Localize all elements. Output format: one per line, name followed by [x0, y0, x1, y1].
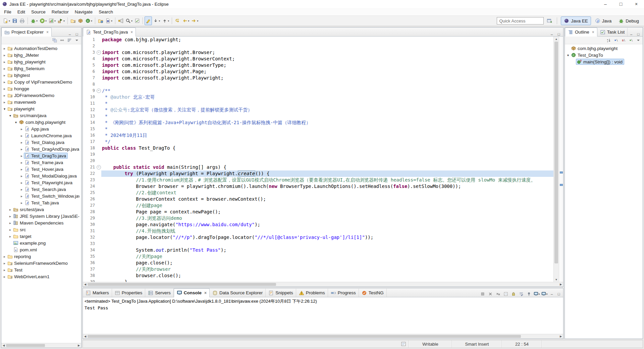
- explorer-horizontal-scrollbar[interactable]: ◀ ▶: [1, 343, 81, 348]
- code-line-39[interactable]: 39 }: [83, 279, 553, 282]
- remove-all-launches-button[interactable]: [495, 291, 501, 297]
- explorer-item-app-java[interactable]: ▸JApp.java: [1, 126, 81, 132]
- explorer-item-test-frame-java[interactable]: ▸JTest_frame.java: [1, 159, 81, 166]
- explorer-item-test-draganddrop-java[interactable]: ▸JTest_DragAndDrop.java: [1, 146, 81, 152]
- code-line-9[interactable]: 9−/**: [83, 88, 553, 94]
- code-line-18[interactable]: 18public class Test_DragTo {: [83, 145, 553, 151]
- scroll-track[interactable]: [6, 343, 76, 348]
- code-area[interactable]: 1package com.bjhg.playwright;23−import c…: [83, 37, 553, 282]
- view-menu-button[interactable]: [635, 37, 641, 43]
- run-button[interactable]: ▾: [39, 16, 48, 25]
- scroll-left-icon[interactable]: ◀: [83, 334, 88, 339]
- code-line-30[interactable]: 30 page.navigate("https://www.baidu.com/…: [83, 221, 553, 228]
- last-edit-location-button[interactable]: [174, 16, 181, 25]
- open-console-button[interactable]: ▾: [541, 291, 547, 297]
- expand-arrow-icon[interactable]: ▸: [19, 147, 24, 151]
- scroll-thumb[interactable]: [88, 335, 521, 338]
- explorer-item-pom-xml[interactable]: xpom.xml: [1, 246, 81, 253]
- code-line-4[interactable]: 4import com.microsoft.playwright.Browser…: [83, 56, 553, 62]
- expand-arrow-icon[interactable]: ▸: [2, 87, 7, 91]
- fold-collapse-icon[interactable]: −: [96, 49, 101, 56]
- tab-markers[interactable]: Markers: [83, 289, 112, 297]
- next-annotation-button[interactable]: ▾: [152, 16, 161, 25]
- save-button[interactable]: [11, 16, 18, 25]
- perspective-java[interactable]: JJava: [592, 16, 615, 25]
- explorer-item-automationtestdemo[interactable]: ▸JAutomationTestDemo: [1, 45, 81, 52]
- expand-arrow-icon[interactable]: ▸: [19, 127, 24, 131]
- scroll-down-icon[interactable]: ▼: [554, 277, 559, 282]
- menu-file[interactable]: File: [1, 9, 14, 15]
- code-line-22[interactable]: 22 try (Playwright playwright = Playwrig…: [83, 170, 553, 177]
- explorer-item-test-switch-window-java[interactable]: ▸JTest_Switch_Window.java: [1, 193, 81, 199]
- scroll-left-icon[interactable]: ◀: [1, 343, 6, 348]
- expand-arrow-icon[interactable]: ▸: [2, 80, 7, 84]
- menu-search[interactable]: Search: [96, 9, 116, 15]
- explorer-item-test-dialog-java[interactable]: ▸JTest_Dialog.java: [1, 139, 81, 146]
- code-line-16[interactable]: 16 * 2024年10月11日: [83, 132, 553, 139]
- tab-task-list[interactable]: Task List: [597, 28, 628, 36]
- coverage-button[interactable]: ▾: [48, 16, 57, 25]
- new-wizard-button[interactable]: ▾: [2, 16, 11, 25]
- expand-arrow-icon[interactable]: ▸: [2, 53, 7, 57]
- clear-console-button[interactable]: [503, 291, 509, 297]
- code-line-33[interactable]: 33: [83, 241, 553, 247]
- explorer-item-test-dragto-java[interactable]: ▸JTest_DragTo.java: [1, 152, 81, 159]
- code-line-36[interactable]: 36 page.close();: [83, 260, 553, 266]
- code-line-5[interactable]: 5import com.microsoft.playwright.Browser…: [83, 62, 553, 68]
- code-line-29[interactable]: 29 //3.浏览器访问demo: [83, 215, 553, 221]
- expand-arrow-icon[interactable]: ▸: [2, 60, 7, 64]
- new-dynamic-web-project-button[interactable]: [97, 16, 104, 25]
- expand-arrow-icon[interactable]: ▸: [2, 47, 7, 50]
- expand-arrow-icon[interactable]: ▸: [2, 261, 7, 265]
- explorer-item-com-bjhg-playwright[interactable]: ▾com.bjhg.playwright: [1, 119, 81, 126]
- open-perspective-button[interactable]: [546, 16, 553, 25]
- link-with-editor-button[interactable]: [59, 37, 65, 43]
- code-line-17[interactable]: 17 */: [83, 139, 553, 145]
- expand-arrow-icon[interactable]: ▸: [19, 154, 24, 158]
- explorer-item-reportng[interactable]: ▸reportng: [1, 253, 81, 260]
- scroll-right-icon[interactable]: ▶: [76, 343, 81, 348]
- explorer-item-mavenweb[interactable]: ▸Jmavenweb: [1, 99, 81, 105]
- code-line-26[interactable]: 26 BrowserContext context = browser.newC…: [83, 196, 553, 202]
- expand-arrow-icon[interactable]: ▸: [8, 214, 12, 218]
- open-task-button[interactable]: [133, 16, 141, 25]
- terminate-button[interactable]: [480, 291, 486, 297]
- explorer-item-src[interactable]: ▸src: [1, 226, 81, 233]
- external-tools-button[interactable]: ▾: [57, 16, 66, 25]
- maximize-view-button[interactable]: □: [636, 32, 641, 36]
- explorer-item-launchchrome-java[interactable]: ▸JLaunchChrome.java: [1, 132, 81, 139]
- scroll-left-icon[interactable]: ◀: [83, 282, 88, 287]
- explorer-item-jdframeworkdemo[interactable]: ▸JJDFrameworkDemo: [1, 92, 81, 99]
- editor-vertical-scrollbar[interactable]: ▲ ▼: [553, 37, 559, 282]
- explorer-item-test-search-java[interactable]: ▸JTest_Search.java: [1, 186, 81, 193]
- explorer-item-src-main-java[interactable]: ▾src/main/java: [1, 112, 81, 119]
- perspective-debug[interactable]: Debug: [615, 16, 642, 25]
- open-type-button[interactable]: [117, 16, 124, 25]
- minimize-editor-button[interactable]: –: [549, 32, 554, 36]
- collapse-arrow-icon[interactable]: ▾: [2, 107, 7, 111]
- explorer-item-maven-dependencies[interactable]: ▸Maven Dependencies: [1, 219, 81, 226]
- code-line-19[interactable]: 19: [83, 151, 553, 158]
- minimize-window-button[interactable]: –: [598, 0, 613, 8]
- explorer-item-bjhg-jmeter[interactable]: ▸Jbjhg_JMeter: [1, 52, 81, 58]
- expand-arrow-icon[interactable]: ▸: [8, 235, 12, 238]
- search-button[interactable]: ▾: [124, 16, 133, 25]
- tab-data-source-explorer[interactable]: Data Source Explorer: [210, 289, 266, 297]
- scroll-right-icon[interactable]: ▶: [558, 282, 563, 287]
- explorer-item-example-png[interactable]: example.png: [1, 240, 81, 246]
- new-class-button[interactable]: C▾: [84, 16, 93, 25]
- explorer-item-test-playwright-java[interactable]: ▸JTest_Playwright.java: [1, 179, 81, 186]
- vscroll-track[interactable]: [554, 41, 559, 277]
- code-line-6[interactable]: 6import com.microsoft.playwright.Page;: [83, 68, 553, 75]
- code-line-3[interactable]: 3−import com.microsoft.playwright.Browse…: [83, 49, 553, 56]
- menu-navigate[interactable]: Navigate: [72, 9, 96, 15]
- forward-button[interactable]: ▾: [190, 16, 199, 25]
- debug-button[interactable]: ▾: [30, 16, 39, 25]
- hide-static-members-button[interactable]: S: [621, 37, 627, 43]
- outline-item-main-string-void[interactable]: Smain(String[]) : void: [565, 58, 643, 65]
- code-line-23[interactable]: 23 //1.使用chromium浏览器，# 浏览器配置，设置以GUI模式启动C…: [83, 177, 553, 183]
- print-button[interactable]: [18, 16, 26, 25]
- code-line-15[interactable]: 15 *: [83, 126, 553, 132]
- code-line-28[interactable]: 28 Page page = context.newPage();: [83, 209, 553, 215]
- remove-launch-button[interactable]: [487, 291, 493, 297]
